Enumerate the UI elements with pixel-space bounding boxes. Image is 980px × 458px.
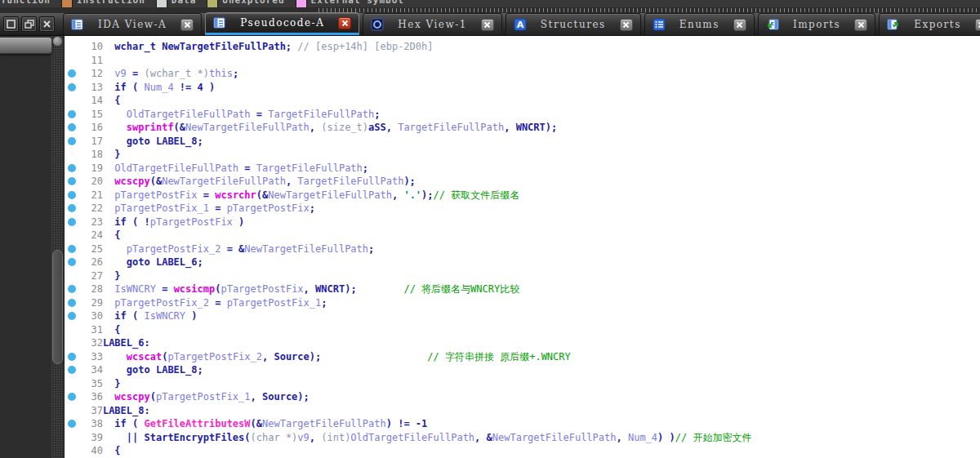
- code-line[interactable]: 37LABEL_8:: [65, 404, 980, 418]
- left-panel: [0, 36, 64, 458]
- code-line[interactable]: 18 }: [65, 148, 980, 162]
- code-line[interactable]: 27 }: [65, 269, 980, 283]
- code-line[interactable]: 12 v9 = (wchar_t *)this;: [65, 67, 980, 81]
- mdi-restore-button[interactable]: [21, 16, 37, 32]
- code-text: 26 goto LABEL_6;: [79, 256, 203, 269]
- code-text: 16 swprintf(&NewTargetFileFullPath, (siz…: [79, 121, 557, 135]
- code-line[interactable]: 35 }: [65, 377, 980, 391]
- vertical-scrollbar-thumb[interactable]: [52, 250, 63, 364]
- tab-ida-view-a[interactable]: IDA View-A: [63, 13, 202, 35]
- scrollbar-top-knob[interactable]: [52, 36, 63, 47]
- code-text: 11: [79, 54, 103, 68]
- tab-exports[interactable]: Exports: [879, 13, 980, 35]
- line-number: 14: [79, 95, 103, 106]
- code-line[interactable]: 22 pTargetPostFix_1 = pTargetPostFix;: [65, 202, 980, 216]
- code-line[interactable]: 26 goto LABEL_6;: [65, 256, 980, 269]
- tab-enums[interactable]: Enums: [644, 13, 755, 35]
- line-number: 22: [79, 202, 103, 214]
- navband-ruler-ticks: [318, 8, 980, 12]
- code-line[interactable]: 30 if ( IsWNCRY ): [65, 309, 980, 323]
- code-line[interactable]: 33 wcscat(pTargetPostFix_2, Source); // …: [65, 350, 980, 364]
- mdi-close-button[interactable]: [39, 16, 55, 32]
- code-text: 24 {: [79, 229, 121, 242]
- legend-swatch: [61, 0, 73, 7]
- tab-structures[interactable]: AStructures: [506, 13, 641, 35]
- line-number: 35: [79, 378, 103, 389]
- code-line[interactable]: 11: [65, 54, 980, 68]
- legend-item-unexplored: Unexplored: [207, 0, 284, 7]
- code-line[interactable]: 32LABEL_6:: [65, 336, 980, 350]
- line-number: 27: [79, 270, 103, 282]
- code-line[interactable]: 29 pTargetPostFix_2 = pTargetPostFix_1;: [65, 296, 980, 310]
- code-line[interactable]: 17 goto LABEL_8;: [65, 135, 980, 149]
- pseudocode-view[interactable]: 10 wchar_t NewTargetFileFullPath; // [es…: [64, 36, 980, 458]
- code-text: 30 if ( IsWNCRY ): [79, 309, 198, 323]
- tab-label: Enums: [673, 19, 726, 30]
- legend-item-data: Data: [156, 0, 197, 7]
- code-text: 40 {: [79, 444, 121, 458]
- legend-swatch: [296, 0, 307, 7]
- code-text: 34 goto LABEL_8;: [79, 363, 203, 377]
- code-text: 27 }: [79, 269, 121, 283]
- tab-close-button[interactable]: [180, 19, 194, 31]
- tab-pseudocode-a[interactable]: Pseudocode-A: [205, 12, 359, 35]
- tab-label: Imports: [786, 19, 847, 30]
- splitter-texture: [51, 36, 64, 458]
- collapsed-panel-bar[interactable]: [0, 37, 52, 54]
- tab-close-button[interactable]: [338, 17, 351, 29]
- line-number: 26: [79, 256, 103, 268]
- line-marker-dot: [65, 110, 79, 118]
- code-line[interactable]: 20 wcscpy(&NewTargetFileFullPath, Target…: [65, 175, 980, 189]
- pseudocode-icon: [213, 16, 226, 29]
- code-line[interactable]: 14 {: [65, 94, 980, 108]
- line-number: 38: [79, 418, 103, 429]
- tab-close-button[interactable]: [733, 19, 746, 31]
- line-marker-dot: [65, 69, 79, 78]
- code-line[interactable]: 28 IsWNCRY = wcsicmp(pTargetPostFix, WNC…: [65, 282, 980, 296]
- line-number: 16: [79, 122, 103, 133]
- line-number: 10: [79, 41, 103, 52]
- code-line[interactable]: 34 goto LABEL_8;: [65, 363, 980, 377]
- code-line[interactable]: 16 swprintf(&NewTargetFileFullPath, (siz…: [65, 121, 980, 135]
- code-line[interactable]: 24 {: [65, 229, 980, 242]
- line-marker-dot: [65, 123, 79, 131]
- line-marker-dot: [65, 177, 79, 185]
- line-marker-dot: [65, 218, 79, 226]
- line-marker-dot: [65, 393, 79, 401]
- structures-icon: A: [514, 18, 527, 31]
- tab-close-button[interactable]: [854, 19, 867, 31]
- hex-view-icon: [371, 18, 384, 31]
- code-line[interactable]: 21 pTargetPostFix = wcsrchr(&NewTargetFi…: [65, 189, 980, 202]
- tab-close-button[interactable]: [620, 19, 633, 31]
- legend-item-instruction: Instruction: [61, 0, 145, 7]
- tab-close-button[interactable]: [975, 19, 980, 31]
- code-text: 29 pTargetPostFix_2 = pTargetPostFix_1;: [79, 296, 327, 310]
- code-line[interactable]: 15 OldTargetFileFullPath = TargetFileFul…: [65, 108, 980, 122]
- legend-item-external-symbol: External symbol: [296, 0, 404, 7]
- tab-hex-view-1[interactable]: Hex View-1: [363, 13, 502, 35]
- line-number: 33: [79, 351, 103, 362]
- line-marker-dot: [65, 299, 79, 307]
- code-line[interactable]: 23 if ( !pTargetPostFix ): [65, 216, 980, 229]
- line-number: 32: [79, 337, 103, 349]
- svg-text:A: A: [517, 20, 524, 30]
- imports-icon: [766, 18, 779, 31]
- code-line[interactable]: 40 {: [65, 444, 980, 458]
- code-line[interactable]: 38 if ( GetFileAttributesW(&NewTargetFil…: [65, 417, 980, 431]
- line-number: 39: [79, 432, 103, 443]
- tab-label: Exports: [907, 19, 968, 30]
- code-text: 12 v9 = (wchar_t *)this;: [79, 67, 238, 81]
- mdi-maximize-button[interactable]: [3, 16, 19, 32]
- code-line[interactable]: 10 wchar_t NewTargetFileFullPath; // [es…: [65, 40, 980, 54]
- code-line[interactable]: 25 pTargetPostFix_2 = &NewTargetFileFull…: [65, 242, 980, 256]
- code-line[interactable]: 36 wcscpy(pTargetPostFix_1, Source);: [65, 390, 980, 404]
- line-marker-dot: [65, 137, 79, 145]
- code-line[interactable]: 19 OldTargetFileFullPath = TargetFileFul…: [65, 162, 980, 176]
- code-line[interactable]: 31 {: [65, 323, 980, 337]
- code-line[interactable]: 13 if ( Num_4 != 4 ): [65, 81, 980, 95]
- tab-close-button[interactable]: [481, 19, 494, 31]
- tab-imports[interactable]: Imports: [758, 13, 875, 35]
- code-text: 23 if ( !pTargetPostFix ): [79, 216, 244, 229]
- legend-swatch: [156, 0, 167, 7]
- code-line[interactable]: 39 || StartEncryptFiles((char *)v9, (int…: [65, 431, 980, 445]
